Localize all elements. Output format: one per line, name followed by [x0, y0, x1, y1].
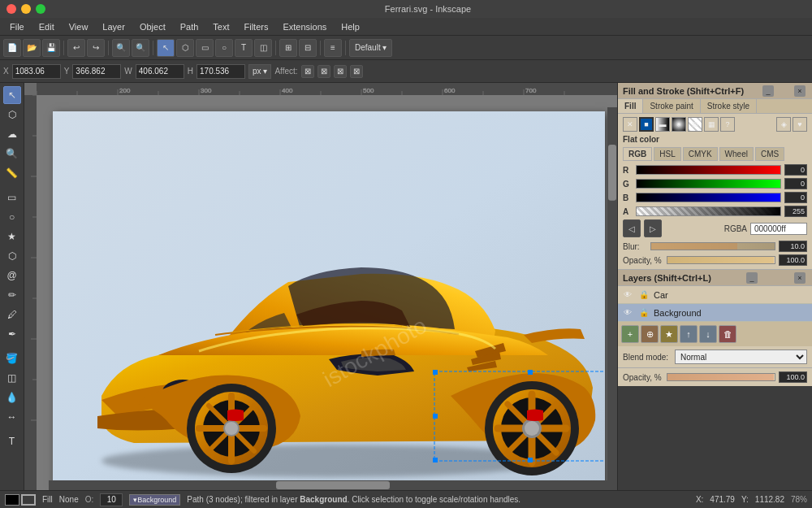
horizontal-scrollbar[interactable]: [49, 480, 617, 490]
bucket-tool[interactable]: 🪣: [3, 350, 21, 367]
layers-minimize[interactable]: _: [746, 272, 758, 284]
unit-selector[interactable]: px ▾: [248, 64, 271, 79]
text-tool[interactable]: T: [235, 39, 253, 57]
fill-extra-btn2[interactable]: ♥: [793, 117, 807, 132]
y-input[interactable]: [72, 64, 121, 79]
menu-help[interactable]: Help: [335, 20, 366, 33]
r-slider[interactable]: [636, 165, 781, 175]
text-tool-left[interactable]: T: [3, 432, 21, 450]
layer-background[interactable]: 👁 🔒 Background: [618, 304, 812, 322]
color-tab-wheel[interactable]: Wheel: [719, 147, 754, 161]
drawing-surface[interactable]: istockphoto: [37, 95, 617, 490]
tab-fill[interactable]: Fill: [618, 99, 643, 113]
new-button[interactable]: 📄: [3, 39, 21, 57]
measure-tool[interactable]: 📏: [3, 164, 21, 182]
layer-bg-eye[interactable]: 👁: [621, 306, 634, 319]
eyedropper-tool[interactable]: 💧: [3, 389, 21, 406]
tab-stroke-style[interactable]: Stroke style: [701, 99, 757, 113]
connector-tool[interactable]: ↔: [3, 408, 21, 426]
layer-opacity-slider[interactable]: [667, 373, 775, 381]
calligraphy-tool[interactable]: ✒: [3, 325, 21, 343]
layer-down-btn[interactable]: ↓: [699, 325, 717, 343]
color-tab-hsl[interactable]: HSL: [654, 147, 680, 161]
r-value[interactable]: [784, 164, 807, 176]
layer-star-btn[interactable]: ★: [660, 325, 678, 343]
open-button[interactable]: 📂: [23, 39, 41, 57]
zoom-out-button[interactable]: 🔍: [132, 39, 149, 57]
fill-linear-btn[interactable]: ▬: [655, 117, 670, 132]
minimize-button[interactable]: [21, 4, 31, 14]
menu-text[interactable]: Text: [206, 20, 235, 33]
blur-slider[interactable]: [650, 242, 775, 250]
blur-value[interactable]: [779, 241, 807, 252]
zoom-in-button[interactable]: 🔍: [112, 39, 130, 57]
blend-select[interactable]: Normal Multiply Screen Overlay: [675, 350, 807, 364]
affect-w-btn[interactable]: ⊠: [334, 65, 347, 78]
selector-tool[interactable]: ↖: [3, 86, 21, 104]
group-button[interactable]: ⊞: [279, 39, 297, 57]
layer-bg-lock[interactable]: 🔒: [637, 306, 650, 319]
fill-pattern-btn[interactable]: ⊠: [688, 117, 702, 132]
3d-box-tool[interactable]: ⬡: [3, 247, 21, 265]
canvas-area[interactable]: 200 300 400 500 600 700: [24, 83, 617, 490]
g-value[interactable]: [784, 178, 807, 189]
a-slider[interactable]: [636, 206, 781, 216]
circle-tool[interactable]: ○: [215, 39, 233, 57]
close-button[interactable]: [6, 4, 16, 14]
maximize-button[interactable]: [36, 4, 45, 14]
pencil-tool[interactable]: ✏: [3, 286, 21, 304]
layer-selector-btn[interactable]: ▾Background: [129, 494, 180, 506]
layer-delete-btn[interactable]: 🗑: [719, 325, 736, 343]
opacity-slider[interactable]: [667, 256, 775, 264]
gradient-edit-tool[interactable]: ◫: [3, 369, 21, 387]
select-tool[interactable]: ↖: [157, 39, 175, 57]
node-tool[interactable]: ⬡: [176, 39, 194, 57]
tweak-tool[interactable]: ☁: [3, 125, 21, 143]
rgba-input[interactable]: [750, 223, 807, 235]
align-button[interactable]: ≡: [324, 39, 342, 57]
fill-radial-btn[interactable]: ○: [672, 117, 686, 132]
next-color-btn[interactable]: ▷: [644, 219, 662, 237]
redo-button[interactable]: ↪: [87, 39, 105, 57]
ungroup-button[interactable]: ⊟: [299, 39, 317, 57]
opacity-value[interactable]: [779, 254, 807, 266]
menu-file[interactable]: File: [3, 20, 31, 33]
pen-tool[interactable]: 🖊: [3, 306, 21, 323]
affect-h-btn[interactable]: ⊠: [350, 65, 363, 78]
b-slider[interactable]: [636, 193, 781, 202]
color-tab-rgb[interactable]: RGB: [623, 147, 652, 161]
rect-tool[interactable]: ▭: [196, 39, 214, 57]
menu-extensions[interactable]: Extensions: [276, 20, 333, 33]
default-dropdown[interactable]: Default ▾: [349, 39, 392, 57]
circle-draw-tool[interactable]: ○: [3, 208, 21, 226]
layer-duplicate-btn[interactable]: ⊕: [641, 325, 659, 343]
layer-car-eye[interactable]: 👁: [621, 289, 634, 302]
a-value[interactable]: [784, 206, 807, 217]
spiral-tool[interactable]: @: [3, 267, 21, 284]
x-input[interactable]: [12, 64, 61, 79]
menu-filters[interactable]: Filters: [238, 20, 275, 33]
save-button[interactable]: 💾: [42, 39, 60, 57]
fill-flat-btn[interactable]: ■: [639, 117, 654, 132]
w-input[interactable]: [136, 64, 184, 79]
layer-up-btn[interactable]: ↑: [680, 325, 698, 343]
zoom-tool[interactable]: 🔍: [3, 145, 21, 163]
menu-path[interactable]: Path: [174, 20, 205, 33]
layer-car-lock[interactable]: 🔒: [637, 289, 650, 302]
menu-edit[interactable]: Edit: [32, 20, 61, 33]
fill-swatch-btn[interactable]: ▦: [704, 117, 719, 132]
h-input[interactable]: [197, 64, 245, 79]
fill-extra-btn1[interactable]: ◈: [776, 117, 791, 132]
layers-close[interactable]: ×: [794, 272, 806, 284]
color-tab-cms[interactable]: CMS: [755, 147, 784, 161]
node-edit-tool[interactable]: ⬡: [3, 106, 21, 124]
gradient-tool[interactable]: ◫: [254, 39, 272, 57]
prev-color-btn[interactable]: ◁: [623, 219, 641, 237]
menu-layer[interactable]: Layer: [96, 20, 132, 33]
menu-view[interactable]: View: [63, 20, 95, 33]
star-tool[interactable]: ★: [3, 228, 21, 245]
affect-x-btn[interactable]: ⊠: [301, 65, 314, 78]
color-tab-cmyk[interactable]: CMYK: [683, 147, 718, 161]
fill-stroke-close[interactable]: ×: [794, 85, 806, 97]
b-value[interactable]: [784, 192, 807, 203]
